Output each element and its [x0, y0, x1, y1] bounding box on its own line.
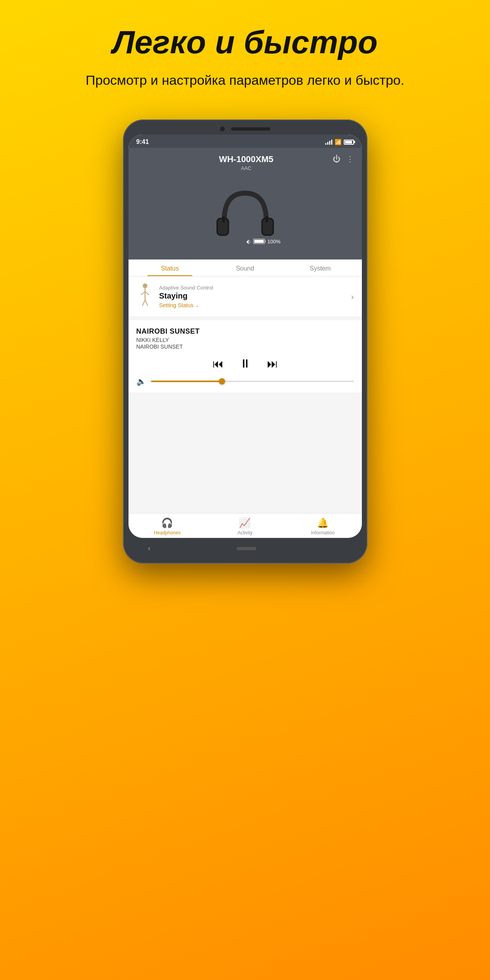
- headphones-nav-label: Headphones: [154, 530, 181, 536]
- tab-sound[interactable]: Sound: [207, 259, 283, 276]
- device-codec: AAC: [219, 165, 273, 171]
- track-album: NAIROBI SUNSET: [136, 343, 354, 350]
- headphones-image: ⬖ 100%: [206, 181, 285, 248]
- asc-setting-link[interactable]: Setting Status ⌄: [159, 302, 346, 308]
- signal-icon: [325, 139, 332, 145]
- phone-screen: 9:41 📶 WH-1000XM5 AAC: [129, 134, 362, 538]
- asc-info: Adaptive Sound Control Staying Setting S…: [159, 285, 346, 308]
- device-name-block: WH-1000XM5 AAC: [219, 154, 273, 171]
- information-nav-label: Information: [311, 530, 335, 536]
- asc-label: Adaptive Sound Control: [159, 285, 346, 291]
- app-header: WH-1000XM5 AAC ⏻ ⋮: [129, 148, 362, 259]
- phone-mockup: 9:41 📶 WH-1000XM5 AAC: [123, 119, 367, 564]
- pause-button[interactable]: ⏸: [239, 357, 251, 370]
- fast-forward-button[interactable]: ⏭: [267, 357, 278, 370]
- chevron-right-icon: ›: [351, 292, 354, 301]
- phone-bottom-buttons: ‹: [129, 540, 362, 554]
- volume-icon: 🔈: [136, 377, 146, 386]
- volume-thumb: [219, 378, 225, 385]
- information-icon: 🔔: [317, 517, 329, 528]
- rewind-button[interactable]: ⏮: [212, 357, 224, 370]
- tab-bar: Status Sound System: [129, 259, 362, 276]
- status-time: 9:41: [136, 138, 149, 146]
- volume-slider[interactable]: [151, 381, 354, 382]
- activity-nav-label: Activity: [237, 530, 252, 536]
- device-name: WH-1000XM5: [219, 154, 273, 164]
- wifi-icon: 📶: [335, 139, 341, 145]
- battery-icon: [344, 140, 354, 145]
- track-artist: NIKKI KELLY: [136, 337, 354, 343]
- app-content: Adaptive Sound Control Staying Setting S…: [129, 276, 362, 513]
- svg-line-10: [142, 300, 145, 306]
- back-button[interactable]: ‹: [148, 544, 151, 553]
- tab-status[interactable]: Status: [132, 259, 208, 276]
- nav-item-activity[interactable]: 📈 Activity: [206, 517, 284, 536]
- header-actions: ⏻ ⋮: [333, 154, 354, 164]
- bottom-nav: 🎧 Headphones 📈 Activity 🔔 Information: [129, 513, 362, 538]
- headphone-svg: [210, 183, 281, 246]
- asc-status: Staying: [159, 291, 346, 301]
- phone-top-area: [129, 127, 362, 131]
- svg-rect-5: [265, 216, 268, 222]
- battery-status: ⬖ 100%: [246, 238, 280, 245]
- playback-controls: ⏮ ⏸ ⏭: [136, 357, 354, 370]
- content-spacer: [129, 392, 362, 471]
- status-icons: 📶: [325, 139, 354, 145]
- bluetooth-icon: ⬖: [246, 238, 251, 245]
- headphones-icon: 🎧: [161, 517, 173, 528]
- volume-row: 🔈: [136, 377, 354, 386]
- speaker-bar: [231, 127, 270, 131]
- chevron-down-icon: ⌄: [195, 302, 199, 308]
- adaptive-sound-section[interactable]: Adaptive Sound Control Staying Setting S…: [129, 276, 362, 317]
- nav-item-information[interactable]: 🔔 Information: [284, 517, 361, 536]
- svg-line-9: [145, 291, 149, 295]
- activity-icon: 📈: [239, 517, 251, 528]
- nav-item-headphones[interactable]: 🎧 Headphones: [129, 517, 206, 536]
- now-playing-section: NAIROBI SUNSET NIKKI KELLY NAIROBI SUNSE…: [129, 320, 362, 392]
- page-title: Легко и быстро: [112, 24, 378, 61]
- tab-system[interactable]: System: [283, 259, 358, 276]
- power-button[interactable]: ⏻: [333, 155, 341, 164]
- camera-dot: [220, 127, 225, 131]
- battery-percent: 100%: [267, 239, 280, 245]
- app-header-top: WH-1000XM5 AAC ⏻ ⋮: [136, 154, 354, 171]
- svg-line-11: [145, 300, 148, 306]
- track-title: NAIROBI SUNSET: [136, 327, 354, 336]
- home-button[interactable]: [237, 547, 256, 550]
- svg-line-8: [141, 291, 145, 295]
- headphone-battery-bar: [253, 239, 265, 244]
- page-subtitle: Просмотр и настройка параметров легко и …: [86, 73, 404, 88]
- volume-fill: [151, 381, 222, 382]
- svg-point-6: [143, 284, 147, 288]
- more-options-button[interactable]: ⋮: [346, 154, 354, 164]
- status-bar: 9:41 📶: [129, 134, 362, 148]
- person-figure: [136, 283, 154, 310]
- svg-rect-4: [222, 216, 225, 222]
